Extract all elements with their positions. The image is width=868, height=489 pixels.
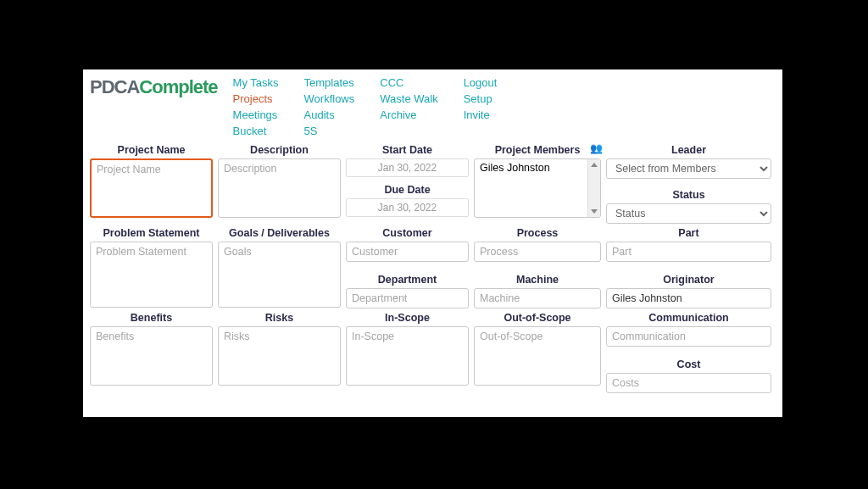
label-process: Process bbox=[474, 224, 601, 242]
label-project-members: Project Members bbox=[474, 141, 601, 158]
due-date-input[interactable]: Jan 30, 2022 bbox=[346, 198, 469, 217]
status-select[interactable]: Status bbox=[606, 203, 771, 224]
app-window: PDCAComplete My Tasks Projects Meetings … bbox=[83, 69, 782, 417]
nav-projects[interactable]: Projects bbox=[233, 92, 279, 105]
nav-setup[interactable]: Setup bbox=[464, 92, 498, 105]
costs-input[interactable] bbox=[606, 373, 771, 393]
label-customer: Customer bbox=[346, 224, 469, 242]
description-input[interactable] bbox=[218, 158, 341, 218]
label-goals: Goals / Deliverables bbox=[218, 224, 341, 242]
nav-col-4: Logout Setup Invite bbox=[464, 76, 498, 137]
people-icon[interactable]: 👥 bbox=[590, 142, 603, 154]
in-scope-input[interactable] bbox=[346, 326, 469, 386]
label-department: Department bbox=[346, 270, 469, 288]
label-out-scope: Out-of-Scope bbox=[474, 308, 601, 326]
process-input[interactable] bbox=[474, 242, 601, 262]
customer-input[interactable] bbox=[346, 242, 469, 262]
label-status: Status bbox=[606, 186, 771, 203]
label-in-scope: In-Scope bbox=[346, 308, 469, 326]
scrollbar[interactable] bbox=[587, 159, 600, 217]
problem-statement-input[interactable] bbox=[90, 242, 213, 308]
label-benefits: Benefits bbox=[90, 308, 213, 326]
nav-invite[interactable]: Invite bbox=[464, 108, 498, 121]
nav-5s[interactable]: 5S bbox=[304, 125, 355, 137]
leader-select[interactable]: Select from Members bbox=[606, 158, 771, 179]
nav-bucket[interactable]: Bucket bbox=[233, 125, 279, 137]
form-grid: Project Name Description Start Date Proj… bbox=[90, 141, 776, 393]
nav-bar: My Tasks Projects Meetings Bucket Templa… bbox=[233, 75, 498, 137]
nav-templates[interactable]: Templates bbox=[304, 76, 355, 89]
machine-input[interactable] bbox=[474, 288, 601, 308]
logo-part1: PDCA bbox=[90, 76, 139, 97]
risks-input[interactable] bbox=[218, 326, 341, 386]
communication-input[interactable] bbox=[606, 326, 771, 347]
department-input[interactable] bbox=[346, 288, 469, 308]
goals-input[interactable] bbox=[218, 242, 341, 308]
label-originator: Originator bbox=[606, 270, 771, 288]
label-cost: Cost bbox=[606, 355, 771, 373]
originator-input[interactable] bbox=[606, 288, 771, 308]
label-communication: Communication bbox=[606, 308, 771, 326]
header: PDCAComplete My Tasks Projects Meetings … bbox=[90, 75, 776, 137]
label-description: Description bbox=[218, 141, 341, 158]
logo-part2: Complete bbox=[139, 76, 217, 97]
logo: PDCAComplete bbox=[90, 75, 233, 98]
part-input[interactable] bbox=[606, 242, 771, 262]
label-part: Part bbox=[606, 224, 771, 242]
benefits-input[interactable] bbox=[90, 326, 213, 386]
nav-my-tasks[interactable]: My Tasks bbox=[233, 76, 279, 89]
nav-workflows[interactable]: Workflows bbox=[304, 92, 355, 105]
label-due-date: Due Date bbox=[346, 181, 469, 198]
label-leader: Leader bbox=[606, 141, 771, 158]
nav-waste-walk[interactable]: Waste Walk bbox=[380, 92, 437, 105]
nav-logout[interactable]: Logout bbox=[464, 76, 498, 89]
label-risks: Risks bbox=[218, 308, 341, 326]
member-item[interactable]: Giles Johnston bbox=[480, 162, 550, 174]
label-project-name: Project Name bbox=[90, 141, 213, 158]
label-start-date: Start Date bbox=[346, 141, 469, 158]
nav-meetings[interactable]: Meetings bbox=[233, 108, 279, 121]
start-date-input[interactable]: Jan 30, 2022 bbox=[346, 158, 469, 177]
label-machine: Machine bbox=[474, 270, 601, 288]
out-scope-input[interactable] bbox=[474, 326, 601, 386]
label-problem-statement: Problem Statement bbox=[90, 224, 213, 242]
nav-archive[interactable]: Archive bbox=[380, 108, 437, 121]
project-members-list[interactable]: Giles Johnston bbox=[474, 158, 601, 218]
project-name-input[interactable] bbox=[90, 158, 213, 218]
nav-col-3: CCC Waste Walk Archive bbox=[380, 76, 437, 137]
nav-ccc[interactable]: CCC bbox=[380, 76, 437, 89]
nav-col-2: Templates Workflows Audits 5S bbox=[304, 76, 355, 137]
nav-col-1: My Tasks Projects Meetings Bucket bbox=[233, 76, 279, 137]
nav-audits[interactable]: Audits bbox=[304, 108, 355, 121]
